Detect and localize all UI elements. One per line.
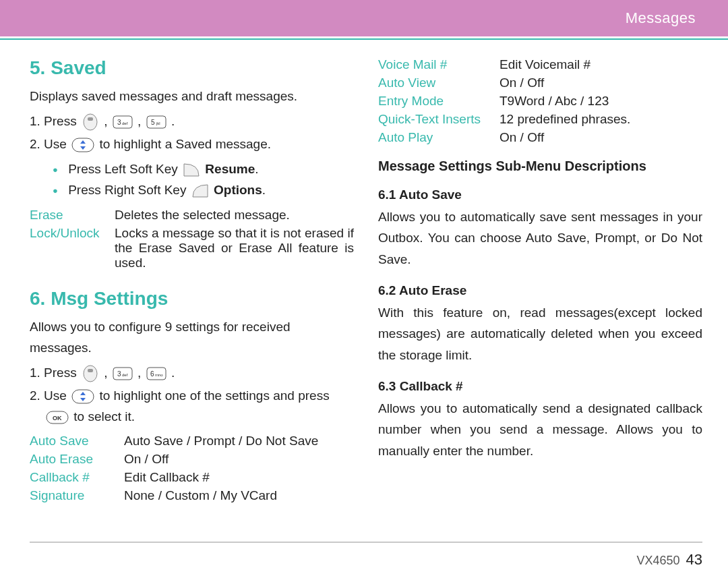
footer-text: VX4650 43 [0,551,728,582]
t-sig: Signature [30,488,124,503]
heading-autoerase: 6.2 Auto Erase [378,283,702,298]
msg-step-2: 2. Use to highlight one of the settings … [30,385,354,428]
b1-dot: . [255,162,258,176]
msg-step-1: 1. Press , 3def , 6mno . [30,362,354,383]
left-softkey-icon [183,163,200,177]
row-autoerase: Auto Erase On / Off [30,452,354,467]
row-callback: Callback # Edit Callback # [30,470,354,485]
comma1: , [100,114,111,128]
row-signature: Signature None / Custom / My VCard [30,488,354,503]
t-qt: Quick-Text Inserts [378,112,499,127]
row-autoplay: Auto Play On / Off [378,130,702,145]
v-sig: None / Custom / My VCard [124,488,354,503]
right-softkey-icon [191,183,209,198]
ms2-pre: 2. Use [30,388,70,403]
sub-menu-heading: Message Settings Sub-Menu Descriptions [378,158,702,174]
msg-settings-table: Auto Save Auto Save / Prompt / Do Not Sa… [30,434,354,503]
b2-dot: . [262,183,266,197]
bullet2-pre: Press Right Soft Key [68,183,190,197]
saved-bullets: Press Left Soft Key Resume. Press Right … [53,158,354,201]
bullet1-pre: Press Left Soft Key [68,162,181,176]
left-column: 5. Saved Displays saved messages and dra… [30,53,354,506]
nav-key-icon2 [71,389,94,404]
step2-pre: 2. Use [30,137,70,151]
heading-msg-settings: 6. Msg Settings [30,288,354,310]
footer-page: 43 [686,551,702,568]
svg-text:3: 3 [117,370,121,378]
svg-text:jkl: jkl [156,121,160,125]
content-wrap: 5. Saved Displays saved messages and dra… [0,45,728,506]
v-em: T9Word / Abc / 123 [499,94,702,109]
footer: VX4650 43 [0,542,728,582]
v-cb: Edit Callback # [124,470,354,485]
row-lock: Lock/Unlock Locks a message so that it i… [30,226,354,270]
footer-model: VX4650 [636,554,679,567]
saved-step-2: 2. Use to highlight a Saved message. [30,134,354,154]
t-as: Auto Save [30,434,124,448]
comma2: , [134,114,145,128]
saved-intro: Displays saved messages and draft messag… [30,86,354,107]
heading-autosave: 6.1 Auto Save [378,187,702,202]
svg-rect-1 [88,117,93,121]
mp1: . [168,366,175,380]
bullet-options: Press Right Soft Key Options. [53,179,354,200]
svg-text:6: 6 [150,370,154,378]
ok-key-icon2 [82,365,99,382]
step2-post: to highlight a Saved message. [99,137,271,151]
t-av: Auto View [378,76,499,90]
footer-divider [30,542,702,543]
key-3-icon: 3def [113,115,133,129]
bullet1-bold: Resume [205,162,255,176]
nav-key-icon [71,138,94,152]
val-erase: Deletes the selected message. [115,208,354,223]
mc2: , [134,366,145,380]
period1: . [168,114,175,128]
v-ap: On / Off [499,130,702,145]
row-quicktext: Quick-Text Inserts 12 predefined phrases… [378,112,702,127]
v-av: On / Off [499,76,702,90]
body-autosave: Allows you to automatically save sent me… [378,206,702,270]
section-title: Messages [626,9,696,27]
key-6-icon: 6mno [146,367,166,380]
right-settings-table: Voice Mail # Edit Voicemail # Auto View … [378,57,702,145]
bullet-resume: Press Left Soft Key Resume. [53,158,354,179]
row-autosave: Auto Save Auto Save / Prompt / Do Not Sa… [30,434,354,448]
msg-intro: Allows you to configure 9 settings for r… [30,316,354,359]
svg-text:3: 3 [117,119,121,126]
row-voicemail: Voice Mail # Edit Voicemail # [378,57,702,72]
ms1-pre: 1. Press [30,366,80,380]
step-text: 1. Press [30,114,80,128]
svg-rect-12 [88,369,93,372]
right-column: Voice Mail # Edit Voicemail # Auto View … [378,53,702,506]
saved-step-1: 1. Press , 3def , 5jkl . [30,111,354,132]
t-ap: Auto Play [378,130,499,145]
key-3-icon2: 3def [113,367,133,380]
header-bar: Messages [0,0,728,36]
val-lock: Locks a message so that it is not erased… [115,226,354,270]
ok-key-icon [82,113,99,131]
v-ae: On / Off [124,452,354,467]
t-cb: Callback # [30,470,124,485]
ok-text-key-icon: OK [46,411,69,424]
v-vm: Edit Voicemail # [499,57,702,72]
ms2-mid: to highlight one of the settings and pre… [99,388,329,403]
t-ae: Auto Erase [30,452,124,467]
msg-steps: 1. Press , 3def , 6mno . 2. Use [30,362,354,427]
row-erase: Erase Deletes the selected message. [30,208,354,223]
svg-point-0 [84,114,97,130]
row-autoview: Auto View On / Off [378,76,702,90]
svg-text:5: 5 [151,119,155,126]
mc1: , [100,366,111,380]
svg-text:mno: mno [155,373,163,377]
term-lock: Lock/Unlock [30,226,115,241]
term-erase: Erase [30,208,115,223]
heading-saved: 5. Saved [30,57,354,79]
t-vm: Voice Mail # [378,57,499,72]
body-autoerase: With this feature on, read messages(exce… [378,302,702,366]
heading-callback: 6.3 Callback # [378,379,702,394]
svg-text:OK: OK [53,415,62,421]
key-5-icon: 5jkl [146,115,166,129]
svg-text:def: def [122,121,128,125]
row-entrymode: Entry Mode T9Word / Abc / 123 [378,94,702,109]
svg-text:def: def [122,373,128,377]
